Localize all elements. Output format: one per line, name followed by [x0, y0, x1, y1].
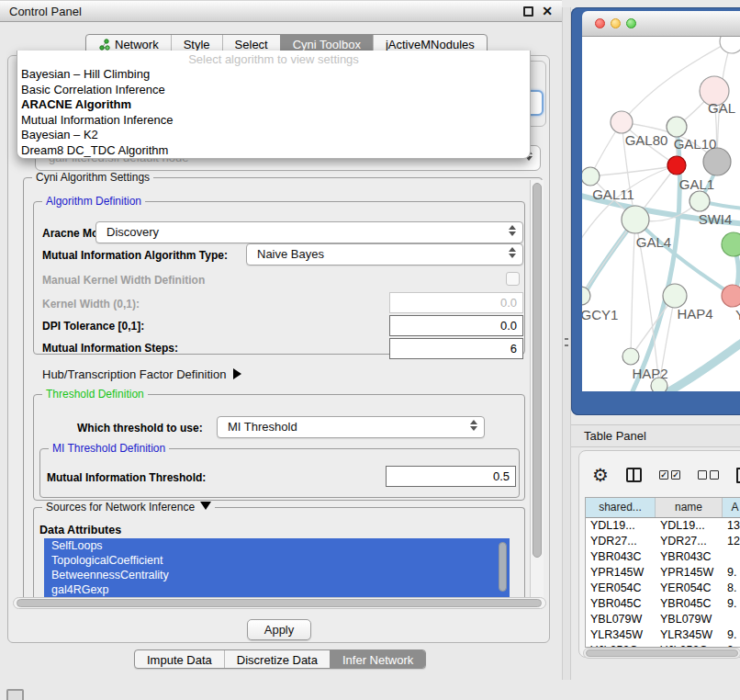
apply-button[interactable]: Apply [247, 619, 311, 640]
mi-steps-field[interactable]: 6 [389, 338, 523, 359]
network-node[interactable] [582, 167, 600, 186]
network-node[interactable] [663, 284, 687, 308]
cyni-bottom-tabbar: Impute Data Discretize Data Infer Networ… [134, 649, 426, 669]
network-window-titlebar[interactable] [582, 11, 740, 37]
mi-threshold-label: Mutual Information Threshold: [47, 471, 206, 484]
table-row[interactable]: YPR145WYPR145W9. [586, 565, 740, 581]
algorithm-popup: Select algorithm to view settings Bayesi… [17, 51, 531, 159]
algorithm-option-4[interactable]: Bayesian – K2 [17, 128, 530, 143]
expander-expanded-icon [200, 502, 211, 510]
network-node[interactable] [667, 156, 686, 175]
table-cell: 9. [723, 565, 740, 581]
network-node[interactable] [722, 232, 740, 256]
node-attribute-table[interactable]: shared...nameA YDL19...YDL19...13YDR27..… [585, 497, 740, 648]
network-edge[interactable] [631, 220, 635, 356]
network-node[interactable] [690, 191, 710, 211]
algorithm-option-1[interactable]: Basic Correlation Inference [17, 83, 530, 98]
tab-impute-data[interactable]: Impute Data [135, 650, 224, 669]
which-threshold-combobox[interactable]: MI Threshold [217, 416, 485, 438]
kernel-width-field[interactable]: 0.0 [389, 292, 523, 313]
zoom-window-button[interactable] [626, 18, 636, 28]
attribute-item-3[interactable]: gal4RGexp [44, 582, 510, 597]
algorithm-option-5[interactable]: Dream8 DC_TDC Algorithm [17, 143, 530, 159]
algorithm-definition-title: Algorithm Definition [42, 195, 145, 208]
data-attributes-label: Data Attributes [39, 524, 121, 536]
threshold-definition-title: Threshold Definition [42, 388, 148, 401]
tab-discretize-data[interactable]: Discretize Data [224, 650, 330, 669]
settings-horizontal-scrollbar[interactable] [13, 597, 546, 609]
node-label: GAL80 [625, 132, 668, 148]
tab-infer-network[interactable]: Infer Network [330, 650, 425, 669]
combo-stepper-icon [508, 225, 516, 236]
column-header-1[interactable]: name [656, 498, 723, 517]
table-cell: 12 [723, 534, 740, 549]
mi-algorithm-type-combobox[interactable]: Naive Bayes [246, 243, 523, 265]
control-panel-titlebar: Control Panel ✕ [0, 0, 562, 22]
network-node[interactable] [720, 37, 740, 53]
network-node[interactable] [667, 117, 687, 137]
table-cell: YDL19... [586, 518, 656, 534]
network-icon [98, 39, 110, 51]
manual-kernel-width-label: Manual Kernel Width Definition [42, 274, 205, 287]
network-canvas[interactable]: GALGAL80GAL10GAL1GAL11SWI4GAL4GCY1HAP4YH… [582, 37, 740, 391]
close-panel-icon[interactable]: ✕ [542, 6, 553, 17]
settings-vertical-scrollbar[interactable] [530, 180, 544, 600]
table-cell: YPR145W [656, 565, 723, 581]
network-node[interactable] [722, 285, 740, 307]
network-node[interactable] [611, 111, 633, 133]
close-window-button[interactable] [595, 18, 605, 28]
algorithm-option-2[interactable]: ARACNE Algorithm [17, 97, 530, 113]
divider-grip[interactable] [565, 338, 568, 346]
attribute-list-scrollbar[interactable] [499, 542, 507, 592]
dpi-tolerance-field[interactable]: 0.0 [389, 315, 523, 336]
mi-threshold-field[interactable]: 0.5 [386, 466, 516, 487]
node-label: GAL4 [636, 234, 671, 250]
scrollbar-thumb[interactable] [533, 183, 542, 558]
algorithm-option-0[interactable]: Bayesian – Hill Climbing [17, 67, 530, 83]
combo-stepper-icon [469, 420, 477, 431]
table-cell: YBL079W [586, 612, 656, 627]
table-cell: YBR045C [656, 596, 723, 612]
table-horizontal-scrollbar[interactable] [583, 648, 740, 659]
table-row[interactable]: YBL079WYBL079W [586, 612, 740, 627]
table-cell: YBR043C [586, 549, 656, 565]
manual-kernel-width-checkbox[interactable] [506, 272, 520, 286]
deselect-all-icon[interactable] [698, 470, 719, 480]
combo-stepper-icon [508, 247, 516, 258]
table-row[interactable]: YLR345WYLR345W9. [586, 627, 740, 643]
table-row[interactable]: YER054CYER054C8. [586, 581, 740, 596]
split-view-icon[interactable] [626, 468, 642, 482]
network-edge[interactable] [669, 329, 740, 391]
column-header-0[interactable]: shared... [586, 498, 656, 517]
network-node[interactable] [622, 348, 639, 365]
panel-divider[interactable] [562, 7, 571, 680]
aracne-mode-combobox[interactable]: Discovery [95, 221, 523, 243]
table-row[interactable]: YDR27...YDR27...12 [586, 534, 740, 549]
minimized-panel-icon[interactable] [6, 689, 24, 700]
network-node[interactable] [622, 206, 649, 233]
scrollbar-thumb[interactable] [586, 649, 738, 657]
algorithm-popup-placeholder: Select algorithm to view settings [17, 51, 530, 67]
table-row[interactable]: YDL19...YDL19...13 [586, 518, 740, 534]
scrollbar-thumb[interactable] [17, 599, 542, 607]
minimize-window-button[interactable] [611, 18, 621, 28]
attribute-item-2[interactable]: BetweennessCentrality [44, 568, 510, 582]
document-icon[interactable] [736, 468, 740, 483]
table-cell: 9. [723, 596, 740, 612]
network-node[interactable] [703, 148, 731, 175]
table-cell: YDR27... [586, 534, 656, 549]
node-label: GAL [708, 100, 735, 116]
attribute-item-1[interactable]: TopologicalCoefficient [44, 553, 510, 568]
gear-icon[interactable]: ⚙ [592, 466, 609, 484]
table-row[interactable]: YBR043CYBR043C [586, 549, 740, 565]
data-attributes-list[interactable]: SelfLoopsTopologicalCoefficientBetweenne… [44, 538, 510, 597]
hub-tf-expander[interactable]: Hub/Transcription Factor Definition [42, 367, 241, 381]
network-edge[interactable] [590, 165, 677, 176]
algorithm-option-3[interactable]: Mutual Information Inference [17, 113, 530, 129]
attribute-item-0[interactable]: SelfLoops [44, 538, 510, 553]
select-all-icon[interactable]: ✓✓ [659, 470, 680, 480]
network-view-window[interactable]: GALGAL80GAL10GAL1GAL11SWI4GAL4GCY1HAP4YH… [571, 7, 740, 415]
table-row[interactable]: YBR045CYBR045C9. [586, 596, 740, 612]
column-header-2[interactable]: A [723, 498, 740, 517]
float-panel-icon[interactable] [523, 6, 533, 17]
